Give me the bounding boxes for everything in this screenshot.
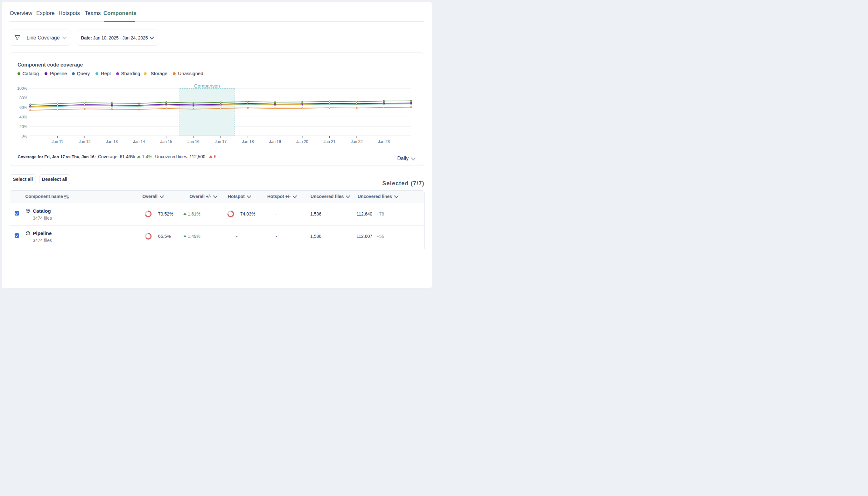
svg-text:60%: 60%	[19, 105, 27, 110]
svg-text:Jan 12: Jan 12	[79, 139, 91, 144]
svg-text:Jan 23: Jan 23	[378, 139, 390, 144]
svg-text:Jan 11: Jan 11	[51, 139, 63, 144]
svg-text:Jan 16: Jan 16	[188, 139, 199, 144]
svg-text:100%: 100%	[17, 86, 27, 91]
svg-text:Jan 17: Jan 17	[215, 139, 227, 144]
svg-text:Jan 19: Jan 19	[269, 139, 281, 144]
svg-text:40%: 40%	[19, 115, 27, 119]
svg-text:Jan 21: Jan 21	[324, 139, 336, 144]
svg-text:Jan 20: Jan 20	[296, 139, 308, 144]
svg-text:20%: 20%	[19, 124, 27, 129]
svg-text:Jan 15: Jan 15	[160, 139, 173, 144]
svg-text:Comparison: Comparison	[194, 83, 220, 89]
svg-text:Jan 13: Jan 13	[106, 139, 118, 144]
svg-text:Jan 14: Jan 14	[133, 139, 145, 144]
svg-text:Jan 22: Jan 22	[351, 139, 363, 144]
svg-text:Jan 18: Jan 18	[242, 139, 254, 144]
svg-text:80%: 80%	[19, 96, 27, 100]
svg-text:0%: 0%	[22, 134, 27, 139]
